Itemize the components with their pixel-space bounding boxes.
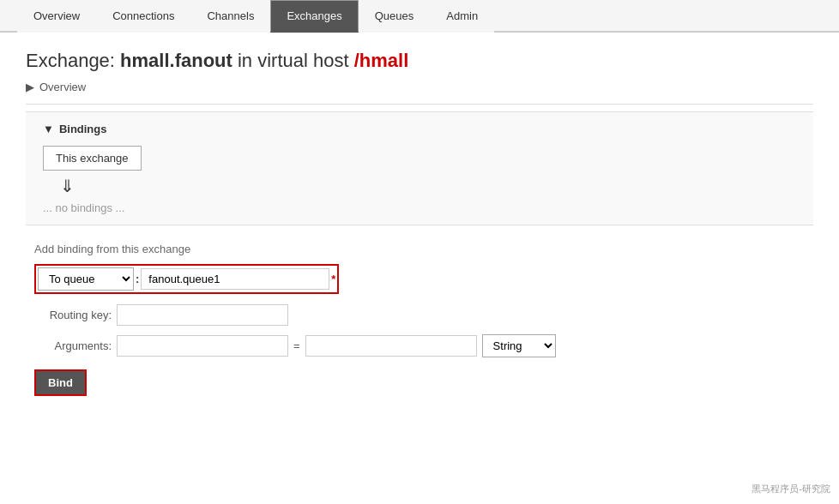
nav-bar: Overview Connections Channels Exchanges …	[0, 0, 839, 33]
bind-button[interactable]: Bind	[34, 369, 87, 396]
page-title: Exchange: hmall.fanout in virtual host /…	[26, 50, 813, 72]
title-middle: in virtual host	[232, 50, 354, 71]
down-arrow-icon: ⇓	[60, 176, 796, 196]
arguments-value-input[interactable]	[305, 335, 477, 357]
bindings-flow: This exchange ⇓ ... no bindings ...	[43, 146, 796, 214]
no-bindings-text: ... no bindings ...	[43, 201, 796, 214]
routing-key-label: Routing key:	[34, 309, 112, 321]
main-content: Exchange: hmall.fanout in virtual host /…	[0, 33, 839, 413]
tab-overview[interactable]: Overview	[17, 0, 96, 33]
destination-row: To queue To exchange : *	[34, 264, 339, 294]
equals-sign: =	[293, 339, 300, 352]
tab-channels[interactable]: Channels	[190, 0, 270, 33]
this-exchange-label: This exchange	[56, 152, 129, 165]
required-star: *	[331, 273, 335, 285]
routing-key-row: Routing key:	[34, 304, 805, 326]
arguments-row: Arguments: = String Number Boolean	[34, 334, 805, 357]
bindings-arrow: ▼	[43, 123, 54, 135]
arguments-type-select[interactable]: String Number Boolean	[482, 334, 556, 357]
destination-type-select[interactable]: To queue To exchange	[38, 267, 134, 291]
bindings-section: ▼ Bindings This exchange ⇓ ... no bindin…	[26, 111, 813, 225]
arguments-key-input[interactable]	[117, 335, 288, 357]
overview-section-header[interactable]: ▶ Overview	[26, 81, 813, 93]
overview-label: Overview	[39, 81, 86, 93]
destination-value-input[interactable]	[141, 268, 329, 290]
divider-1	[26, 104, 813, 105]
this-exchange-box: This exchange	[43, 146, 142, 171]
overview-arrow: ▶	[26, 81, 34, 93]
virtual-host: /hmall	[354, 50, 409, 71]
bindings-section-header[interactable]: ▼ Bindings	[43, 123, 796, 135]
tab-exchanges[interactable]: Exchanges	[270, 0, 358, 33]
tab-connections[interactable]: Connections	[96, 0, 190, 33]
routing-key-input[interactable]	[117, 304, 288, 326]
arguments-label: Arguments:	[34, 339, 112, 352]
exchange-name: hmall.fanout	[120, 50, 232, 71]
add-binding-title: Add binding from this exchange	[34, 243, 805, 255]
destination-row-wrapper: To queue To exchange : *	[34, 264, 805, 294]
bindings-label: Bindings	[59, 123, 107, 135]
tab-queues[interactable]: Queues	[359, 0, 431, 33]
tab-admin[interactable]: Admin	[430, 0, 494, 33]
add-binding-form: Add binding from this exchange To queue …	[26, 243, 813, 396]
colon-separator: :	[134, 273, 141, 285]
title-prefix: Exchange:	[26, 50, 120, 71]
